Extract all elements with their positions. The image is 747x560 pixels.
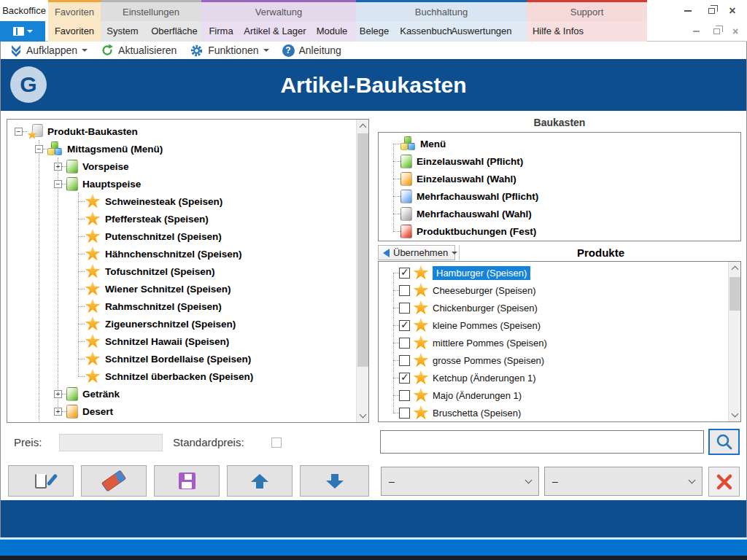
menu-item-module[interactable]: Module <box>317 21 348 42</box>
ribbon-group-support[interactable]: Support <box>527 0 647 21</box>
search-input[interactable] <box>380 430 704 454</box>
tree-item-putenschnitzel[interactable]: Putenschnitzel (Speisen) <box>7 228 368 245</box>
checkbox[interactable] <box>399 303 410 314</box>
checkbox[interactable] <box>399 268 410 279</box>
ribbon-group-favoriten[interactable]: Favoriten <box>48 0 101 21</box>
checkbox[interactable] <box>399 320 410 331</box>
vertical-scrollbar[interactable] <box>356 120 368 422</box>
tree-item-rahmschnitzel[interactable]: Rahmschnitzel (Speisen) <box>7 298 368 315</box>
tree-item-pfeffersteak[interactable]: Pfeffersteak (Speisen) <box>7 210 368 228</box>
menu-item-system[interactable]: System <box>107 21 138 42</box>
baukasten-item-produktbuchungen[interactable]: Produktbuchungen (Fest) <box>379 222 740 240</box>
scrollbar-thumb[interactable] <box>357 133 368 367</box>
product-item-chickenburger[interactable]: Chickenburger (Speisen) <box>379 299 740 316</box>
tree-item-partial[interactable] <box>7 420 368 423</box>
product-item-majo[interactable]: Majo (Änderungen 1) <box>379 386 740 404</box>
filter-dropdown-2[interactable]: – <box>544 467 703 496</box>
tree-item-schnitzel-bordellaise[interactable]: Schnitzel Bordellaise (Speisen) <box>7 350 368 368</box>
ribbon-group-buchhaltung[interactable]: Buchhaltung <box>356 0 527 21</box>
page-title: Artikel-Baukasten <box>1 59 746 111</box>
scroll-down-button[interactable] <box>729 409 741 421</box>
product-item-grosse-pommes[interactable]: grosse Pommes (Speisen) <box>379 351 740 369</box>
uebernehmen-button[interactable]: Übernehmen <box>378 245 455 260</box>
collapse-expander-icon[interactable] <box>54 180 62 188</box>
move-up-button[interactable] <box>227 465 293 497</box>
save-button[interactable] <box>154 465 220 497</box>
anleitung-button[interactable]: Anleitung <box>278 42 346 58</box>
tree-item-tofuschnitzel[interactable]: Tofuschnitzel (Speisen) <box>7 262 368 280</box>
tree-item-schweinesteak[interactable]: Schweinesteak (Speisen) <box>7 192 368 210</box>
aktualisieren-button[interactable]: Aktualisieren <box>96 42 181 58</box>
menu-item-oberflaeche[interactable]: Oberfläche <box>151 21 198 42</box>
search-button[interactable] <box>708 429 740 455</box>
delete-button[interactable] <box>81 465 147 497</box>
baukasten-item-mehrfachauswahl-pflicht[interactable]: Mehrfachauswahl (Pflicht) <box>379 187 740 205</box>
menu-item-artikel-lager[interactable]: Artikel & Lager <box>244 21 306 42</box>
baukasten-item-menu[interactable]: Menü <box>379 135 740 152</box>
scroll-up-button[interactable] <box>357 120 369 132</box>
checkbox[interactable] <box>399 285 410 296</box>
menu-item-auswertungen[interactable]: Auswertungen <box>451 21 511 42</box>
tree-item-desert[interactable]: Desert <box>7 402 368 420</box>
tree-item-wiener-schnitzel[interactable]: Wiener Schnitzel (Speisen) <box>7 280 368 298</box>
ribbon-group-einstellungen[interactable]: Einstellungen <box>101 0 201 21</box>
product-item-ketchup[interactable]: Ketchup (Änderungen 1) <box>379 369 740 386</box>
product-item-hamburger[interactable]: Hamburger (Speisen) <box>379 264 740 281</box>
expand-expander-icon[interactable] <box>54 408 62 416</box>
tree-item-mittagsmenu[interactable]: Mittagsmenü (Menü) <box>7 140 368 158</box>
filter-dropdown-1[interactable]: – <box>381 467 539 496</box>
tree-item-getraenk[interactable]: Getränk <box>7 385 368 402</box>
collapse-expander-icon[interactable] <box>35 145 43 153</box>
scroll-down-button[interactable] <box>357 410 369 422</box>
funktionen-button[interactable]: Funktionen <box>185 42 273 58</box>
tree-item-zigeunerschnitzel[interactable]: Zigeunerschnitzel (Speisen) <box>7 315 368 332</box>
tree-item-schnitzel-hawaii[interactable]: Schnitzel Hawaii (Speisen) <box>7 332 368 350</box>
menu-item-hilfe-infos[interactable]: Hilfe & Infos <box>533 21 584 42</box>
baukasten-item-einzelauswahl-wahl[interactable]: Einzelauswahl (Wahl) <box>379 170 740 187</box>
preis-input[interactable] <box>59 434 163 451</box>
tree-item-produkt-baukasten[interactable]: Produkt-Baukasten <box>7 122 368 140</box>
product-item-bruschetta[interactable]: Bruschetta (Speisen) <box>379 404 740 421</box>
product-item-cheeseburger[interactable]: Cheeseburger (Speisen) <box>379 281 740 299</box>
expand-expander-icon[interactable] <box>54 390 62 398</box>
checkbox[interactable] <box>399 373 410 384</box>
product-item-kleine-pommes[interactable]: kleine Pommes (Speisen) <box>379 316 740 334</box>
product-item-mittlere-pommes[interactable]: mittlere Pommes (Speisen) <box>379 334 740 351</box>
scroll-up-button[interactable] <box>729 262 741 274</box>
close-button[interactable]: × <box>726 4 739 18</box>
menu-item-firma[interactable]: Firma <box>209 21 233 42</box>
aufklappen-button[interactable]: Aufklappen <box>7 42 92 58</box>
checkbox[interactable] <box>399 408 410 419</box>
ribbon-group-verwaltung[interactable]: Verwaltung <box>201 0 356 21</box>
minimize-button[interactable] <box>681 4 694 18</box>
baukasten-item-label: Einzelauswahl (Pflicht) <box>417 156 523 167</box>
standardpreis-checkbox[interactable] <box>271 438 282 448</box>
inner-restore-button[interactable] <box>710 25 723 38</box>
tree-item-haehnchenschnitzel[interactable]: Hähnchenschnitzel (Speisen) <box>7 245 368 262</box>
vertical-scrollbar[interactable] <box>728 262 740 421</box>
tab-backoffice[interactable]: Backoffice <box>0 0 48 21</box>
product-item-label: kleine Pommes (Speisen) <box>433 320 541 331</box>
inner-minimize-button[interactable] <box>689 25 703 38</box>
checkbox[interactable] <box>399 338 410 349</box>
collapse-expander-icon[interactable] <box>15 128 23 136</box>
baukasten-item-mehrfachauswahl-wahl[interactable]: Mehrfachauswahl (Wahl) <box>379 205 740 222</box>
app-menu-button[interactable] <box>0 21 45 42</box>
move-down-button[interactable] <box>300 465 369 497</box>
restore-button[interactable] <box>705 4 718 18</box>
tree-item-schnitzel-ueberbacken[interactable]: Schnitzel überbacken (Speisen) <box>7 368 368 385</box>
scrollbar-thumb[interactable] <box>729 277 740 311</box>
baukasten-item-einzelauswahl-pflicht[interactable]: Einzelauswahl (Pflicht) <box>379 152 740 170</box>
inner-close-button[interactable]: × <box>729 25 742 38</box>
tree-item-vorspeise[interactable]: Vorspeise <box>7 158 368 175</box>
menu-item-favoriten[interactable]: Favoriten <box>55 21 94 42</box>
remove-button[interactable] <box>708 467 740 497</box>
checkbox[interactable] <box>399 355 410 366</box>
menu-item-belege[interactable]: Belege <box>360 21 389 42</box>
tree-item-hauptspeise[interactable]: Hauptspeise <box>7 175 368 192</box>
menu-item-kassenbuch[interactable]: Kassenbuch <box>400 21 452 42</box>
baukasten-item-label: Einzelauswahl (Wahl) <box>417 174 516 184</box>
expand-expander-icon[interactable] <box>54 163 62 171</box>
new-edit-button[interactable] <box>8 465 74 497</box>
checkbox[interactable] <box>399 390 410 401</box>
